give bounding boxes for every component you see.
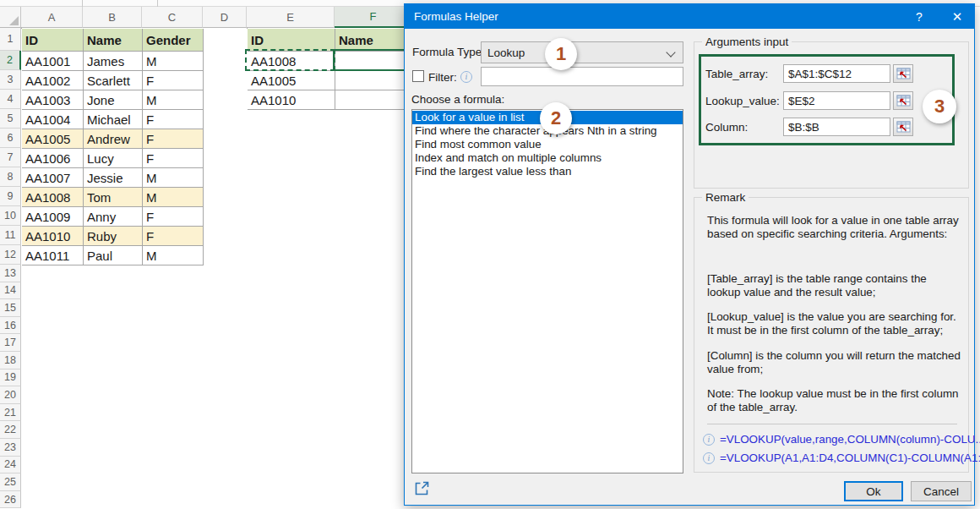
row-header-13[interactable]: 13	[0, 265, 21, 282]
sheet-cell[interactable]: Name	[84, 29, 143, 52]
row-header-11[interactable]: 11	[0, 226, 21, 245]
row-header-19[interactable]: 19	[0, 369, 21, 387]
row-header-4[interactable]: 4	[0, 90, 21, 109]
row-header-20[interactable]: 20	[0, 386, 21, 404]
row-header-12[interactable]: 12	[0, 245, 21, 265]
column-header-c[interactable]: C	[142, 7, 203, 28]
sheet-cell[interactable]: AA1010	[248, 90, 335, 110]
column-header-e[interactable]: E	[247, 7, 335, 28]
sheet-cell[interactable]: Tom	[84, 188, 143, 207]
sheet-cell[interactable]: AA1006	[22, 149, 84, 168]
column-header-d[interactable]: D	[203, 7, 247, 28]
formula-type-dropdown[interactable]: Lookup	[481, 41, 683, 63]
sheet-cell[interactable]	[335, 52, 413, 71]
sheet-cell[interactable]: Michael	[84, 110, 143, 129]
row-header-2[interactable]: 2	[0, 51, 21, 70]
formula-example-link[interactable]: =VLOOKUP(value,range,COLUMN(column)-COLU…	[720, 433, 980, 446]
sheet-cell[interactable]: F	[143, 129, 204, 149]
row-header-10[interactable]: 10	[0, 206, 21, 226]
close-button[interactable]: ✕	[940, 4, 974, 29]
sheet-cell[interactable]: Gender	[143, 29, 204, 52]
row-header-6[interactable]: 6	[0, 129, 21, 148]
row-header-15[interactable]: 15	[0, 299, 21, 317]
range-selector-button[interactable]	[893, 118, 913, 136]
filter-checkbox[interactable]	[412, 70, 424, 82]
sheet-cell[interactable]: AA1008	[22, 188, 84, 207]
sheet-cell[interactable]: F	[143, 71, 204, 90]
formula-list-item[interactable]: Find most common value	[412, 138, 683, 151]
sheet-cell[interactable]: M	[143, 168, 204, 188]
sheet-cell[interactable]: F	[143, 149, 204, 168]
sheet-cell[interactable]: Jone	[84, 90, 143, 110]
callout-3-badge: 3	[923, 90, 956, 123]
row-header-14[interactable]: 14	[0, 282, 21, 300]
formula-example-link[interactable]: =VLOOKUP(A1,A1:D4,COLUMN(C1)-COLUMN(A1:D…	[720, 452, 980, 464]
help-button[interactable]: ?	[905, 4, 934, 29]
sheet-cell[interactable]: AA1004	[22, 110, 84, 129]
sheet-cell[interactable]: Andrew	[84, 129, 143, 149]
lookup-value-label: Lookup_value:	[705, 95, 780, 107]
sheet-cell[interactable]: AA1001	[22, 52, 84, 71]
row-header-22[interactable]: 22	[0, 421, 21, 439]
sheet-cell[interactable]: Anny	[84, 207, 143, 227]
row-header-8[interactable]: 8	[0, 167, 21, 187]
sheet-cell[interactable]	[335, 71, 413, 90]
remark-paragraph: [Lookup_value] is the value you are sear…	[707, 310, 961, 337]
sheet-cell[interactable]: Jessie	[84, 168, 143, 188]
row-header-21[interactable]: 21	[0, 404, 21, 422]
popout-button[interactable]	[413, 479, 433, 500]
sheet-cell[interactable]: M	[143, 246, 204, 265]
sheet-cell[interactable]: F	[143, 207, 204, 227]
sheet-cell[interactable]: ID	[22, 29, 84, 52]
sheet-cell[interactable]: AA1011	[22, 246, 84, 265]
row-header-9[interactable]: 9	[0, 187, 21, 206]
row-header-26[interactable]: 26	[0, 491, 21, 509]
column-header-b[interactable]: B	[83, 7, 142, 28]
sheet-cell[interactable]: AA1010	[22, 227, 84, 246]
sheet-cell[interactable]: AA1007	[22, 168, 84, 188]
range-selector-button[interactable]	[893, 91, 913, 110]
sheet-cell[interactable]: Scarlett	[84, 71, 143, 90]
sheet-cell[interactable]: AA1003	[22, 90, 84, 110]
row-header-1[interactable]: 1	[0, 28, 21, 51]
formulas-helper-dialog: Formulas Helper ? ✕ Formula Type: Lookup…	[404, 3, 975, 506]
sheet-cell[interactable]: ID	[248, 29, 335, 52]
sheet-cell[interactable]: M	[143, 52, 204, 71]
lookup-value-input[interactable]: $E$2	[783, 91, 890, 110]
sheet-cell[interactable]: AA1009	[22, 207, 84, 227]
sheet-cell[interactable]: F	[143, 110, 204, 129]
row-header-25[interactable]: 25	[0, 473, 21, 491]
sheet-cell[interactable]: Ruby	[84, 227, 143, 246]
filter-input[interactable]	[481, 67, 683, 86]
row-header-18[interactable]: 18	[0, 352, 21, 369]
column-input[interactable]: $B:$B	[783, 118, 890, 136]
sheet-cell[interactable]: F	[143, 227, 204, 246]
row-header-16[interactable]: 16	[0, 317, 21, 335]
formula-list-item[interactable]: Find the largest value less than	[412, 165, 683, 178]
range-selector-button[interactable]	[893, 64, 913, 83]
row-header-7[interactable]: 7	[0, 148, 21, 167]
column-header-a[interactable]: A	[21, 7, 83, 28]
row-header-17[interactable]: 17	[0, 334, 21, 352]
table-array-input[interactable]: $A$1:$C$12	[783, 64, 890, 83]
sheet-cell[interactable]: M	[143, 90, 204, 110]
sheet-cell[interactable]: AA1008	[248, 52, 335, 71]
sheet-cell[interactable]: James	[84, 52, 143, 71]
sheet-cell[interactable]: AA1005	[22, 129, 84, 149]
formula-list-item[interactable]: Index and match on multiple columns	[412, 151, 683, 165]
sheet-cell[interactable]: AA1002	[22, 71, 84, 90]
sheet-cell[interactable]: Lucy	[84, 149, 143, 168]
select-all-corner[interactable]	[0, 7, 21, 28]
ok-button[interactable]: Ok	[844, 481, 903, 501]
row-header-23[interactable]: 23	[0, 439, 21, 457]
sheet-cell[interactable]: M	[143, 188, 204, 207]
row-header-5[interactable]: 5	[0, 109, 21, 129]
sheet-cell[interactable]: AA1005	[248, 71, 335, 90]
sheet-cell[interactable]	[335, 90, 413, 110]
sheet-cell[interactable]: Name	[335, 29, 413, 52]
row-header-3[interactable]: 3	[0, 70, 21, 90]
row-header-24[interactable]: 24	[0, 457, 21, 474]
column-header-f[interactable]: F	[335, 7, 412, 28]
sheet-cell[interactable]: Paul	[84, 246, 143, 265]
cancel-button[interactable]: Cancel	[911, 481, 972, 501]
